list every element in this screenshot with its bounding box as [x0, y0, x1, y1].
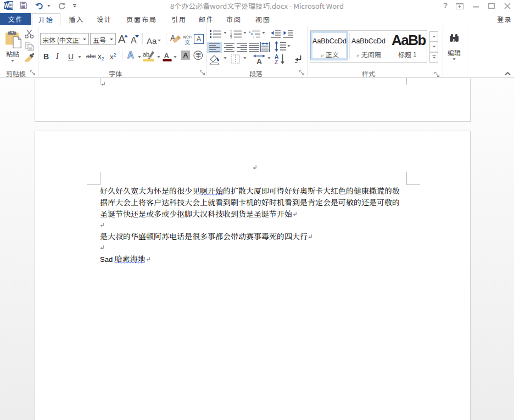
svg-text:A: A [127, 51, 134, 60]
svg-text:A: A [164, 52, 170, 60]
svg-text:3: 3 [230, 36, 232, 38]
svg-text:Z: Z [275, 59, 278, 65]
svg-text:1: 1 [249, 30, 251, 33]
svg-text:ab: ab [143, 51, 149, 58]
svg-text:i: i [253, 36, 254, 38]
svg-text:字: 字 [195, 51, 201, 59]
svg-text:A: A [256, 57, 262, 65]
